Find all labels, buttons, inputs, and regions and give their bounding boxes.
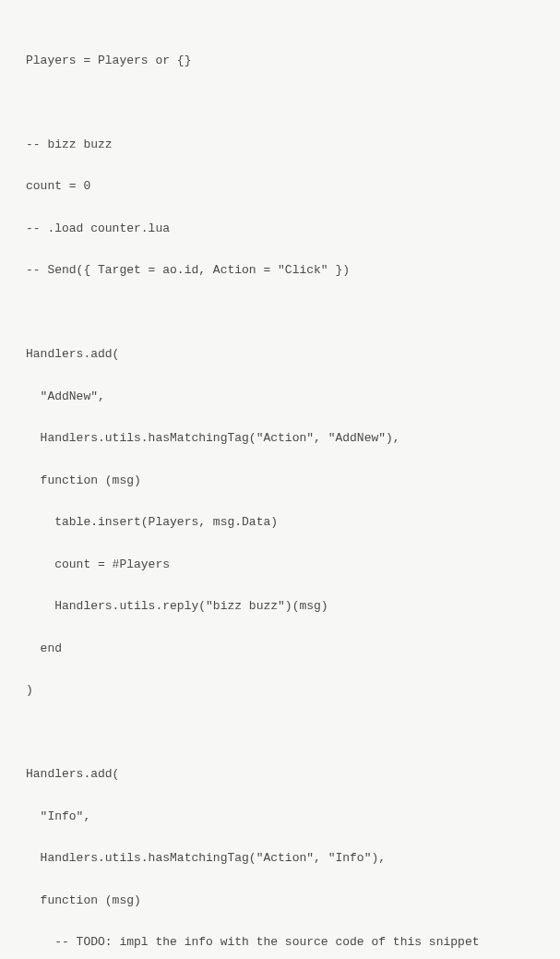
code-line: ): [26, 680, 534, 701]
code-line: [26, 723, 534, 744]
code-line: Players = Players or {}: [26, 51, 534, 72]
code-line: Handlers.utils.hasMatchingTag("Action", …: [26, 848, 534, 869]
code-snippet: Players = Players or {} -- bizz buzz cou…: [26, 30, 534, 959]
code-line: count = #Players: [26, 555, 534, 576]
code-line: function (msg): [26, 891, 534, 912]
code-line: "AddNew",: [26, 387, 534, 408]
code-line: -- bizz buzz: [26, 135, 534, 156]
code-line: function (msg): [26, 471, 534, 492]
code-line: -- Send({ Target = ao.id, Action = "Clic…: [26, 260, 534, 282]
code-line: [26, 92, 534, 114]
code-line: Handlers.utils.reply("bizz buzz")(msg): [26, 596, 534, 617]
code-line: end: [26, 639, 534, 660]
code-line: -- .load counter.lua: [26, 219, 534, 240]
code-line: Handlers.add(: [26, 764, 534, 785]
code-line: Handlers.add(: [26, 344, 534, 366]
code-line: [26, 303, 534, 324]
code-line: -- TODO: impl the info with the source c…: [26, 932, 534, 953]
code-line: table.insert(Players, msg.Data): [26, 512, 534, 533]
code-line: "Info",: [26, 807, 534, 828]
code-line: count = 0: [26, 176, 534, 198]
code-line: Handlers.utils.hasMatchingTag("Action", …: [26, 428, 534, 450]
